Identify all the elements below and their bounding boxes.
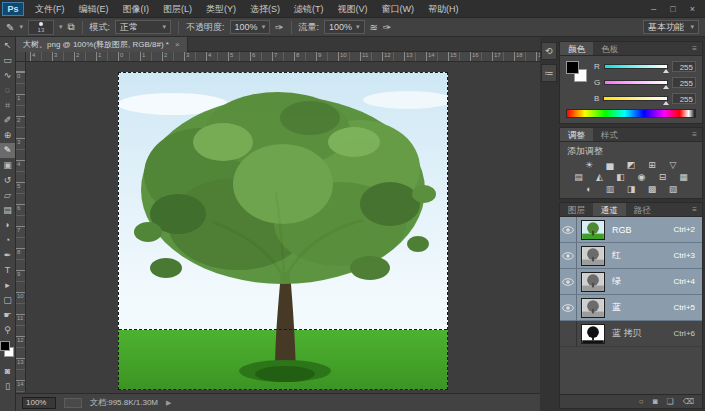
adjustments-tab-调整[interactable]: 调整	[560, 128, 593, 141]
foreground-color-swatch[interactable]	[0, 341, 10, 351]
selective-color-icon[interactable]: ▧	[665, 183, 682, 195]
maximize-button[interactable]: □	[670, 4, 675, 14]
status-options-arrow-icon[interactable]: ▶	[166, 399, 171, 407]
channel-row-红[interactable]: 红Ctrl+3	[560, 243, 702, 269]
vibrance-icon[interactable]: ▽	[665, 159, 682, 171]
close-button[interactable]: ×	[690, 4, 695, 14]
visibility-eye-icon[interactable]	[560, 269, 577, 294]
load-channel-as-selection-button[interactable]: ○	[639, 395, 644, 409]
threshold-icon[interactable]: ◨	[623, 183, 640, 195]
channels-tab-图层[interactable]: 图层	[560, 203, 593, 216]
properties-panel-icon[interactable]: ≔	[541, 64, 557, 82]
delete-channel-button[interactable]: ⌫	[683, 395, 694, 409]
quick-selection-tool[interactable]: ◌	[0, 83, 15, 98]
photo-filter-icon[interactable]: ◉	[633, 171, 650, 183]
brightness-contrast-icon[interactable]: ☀	[581, 159, 598, 171]
invert-icon[interactable]: ◐	[581, 183, 598, 195]
menu-item-0[interactable]: 文件(F)	[28, 0, 72, 17]
hue-saturation-icon[interactable]: ▤	[570, 171, 587, 183]
panel-menu-icon[interactable]: ≡	[692, 42, 702, 55]
channel-value-B[interactable]: 255	[672, 93, 696, 104]
menu-item-6[interactable]: 滤镜(T)	[287, 0, 331, 17]
document-tab[interactable]: 大树。png @ 100%(释放图层, RGB/8#) * ×	[16, 37, 188, 52]
tablet-pressure-size-icon[interactable]: ✑	[383, 22, 391, 33]
tablet-pressure-opacity-icon[interactable]: ✑	[275, 22, 283, 33]
chevron-down-icon[interactable]: ▾	[59, 23, 63, 31]
exposure-icon[interactable]: ⊞	[644, 159, 661, 171]
vertical-ruler[interactable]: 01234567891011121314	[16, 62, 26, 393]
brush-tool-icon[interactable]: ✎	[6, 22, 14, 33]
slider-knob[interactable]	[663, 101, 669, 105]
foreground-color-swatch[interactable]	[566, 61, 579, 74]
workspace-select[interactable]: 基本功能 ▾	[643, 20, 699, 34]
eraser-tool[interactable]: ▱	[0, 188, 15, 203]
opacity-select[interactable]: 100% ▾	[230, 20, 271, 34]
horizontal-ruler[interactable]: 4321012345678910111213141516171819	[26, 52, 540, 62]
adjustments-tab-样式[interactable]: 样式	[593, 128, 626, 141]
channel-mixer-icon[interactable]: ⊟	[654, 171, 671, 183]
channel-row-蓝[interactable]: 蓝Ctrl+5	[560, 295, 702, 321]
color-lookup-icon[interactable]: ▦	[675, 171, 692, 183]
rectangular-marquee-tool[interactable]: ▭	[0, 53, 15, 68]
type-tool[interactable]: T	[0, 263, 15, 278]
minimize-button[interactable]: –	[651, 4, 656, 14]
menu-item-4[interactable]: 类型(Y)	[199, 0, 243, 17]
posterize-icon[interactable]: ▥	[602, 183, 619, 195]
zoom-tool[interactable]: ⚲	[0, 323, 15, 338]
menu-item-5[interactable]: 选择(S)	[243, 0, 287, 17]
visibility-eye-icon[interactable]	[560, 295, 577, 320]
crop-tool[interactable]: ⌗	[0, 98, 15, 113]
history-panel-icon[interactable]: ⟲	[541, 42, 557, 60]
menu-item-7[interactable]: 视图(V)	[331, 0, 375, 17]
gradient-map-icon[interactable]: ▩	[644, 183, 661, 195]
pen-tool[interactable]: ✒	[0, 248, 15, 263]
channel-row-蓝 拷贝[interactable]: 蓝 拷贝Ctrl+6	[560, 321, 702, 347]
slider-knob[interactable]	[663, 85, 669, 89]
black-white-icon[interactable]: ◧	[612, 171, 629, 183]
slider-track-B[interactable]	[603, 96, 668, 101]
chevron-down-icon[interactable]: ▾	[19, 23, 23, 31]
menu-item-8[interactable]: 窗口(W)	[375, 0, 422, 17]
visibility-eye-icon[interactable]	[560, 217, 577, 242]
blur-tool[interactable]: ◗	[0, 218, 15, 233]
clone-stamp-tool[interactable]: ▣	[0, 158, 15, 173]
curves-icon[interactable]: ◩	[623, 159, 640, 171]
levels-icon[interactable]: ▅	[602, 159, 619, 171]
panel-menu-icon[interactable]: ≡	[692, 128, 702, 141]
visibility-eye-icon[interactable]	[560, 243, 577, 268]
gradient-tool[interactable]: ▤	[0, 203, 15, 218]
menu-item-1[interactable]: 编辑(E)	[72, 0, 116, 17]
slider-track-R[interactable]	[604, 64, 668, 69]
channels-tab-路径[interactable]: 路径	[626, 203, 659, 216]
quick-mask-button[interactable]: ◙	[0, 364, 15, 379]
color-balance-icon[interactable]: ◭	[591, 171, 608, 183]
spot-healing-brush-tool[interactable]: ⊕	[0, 128, 15, 143]
move-tool[interactable]: ↖	[0, 38, 15, 53]
lasso-tool[interactable]: ∿	[0, 68, 15, 83]
brush-preset-picker[interactable]: 13	[28, 20, 54, 35]
new-channel-button[interactable]: ❏	[667, 395, 674, 409]
hand-tool[interactable]: ☛	[0, 308, 15, 323]
channel-row-RGB[interactable]: RGBCtrl+2	[560, 217, 702, 243]
color-tab-颜色[interactable]: 颜色	[560, 42, 593, 55]
brush-tool[interactable]: ✎	[0, 143, 15, 158]
color-tab-色板[interactable]: 色板	[593, 42, 626, 55]
canvas-image[interactable]	[118, 72, 448, 390]
eyedropper-tool[interactable]: ✐	[0, 113, 15, 128]
blend-mode-select[interactable]: 正常 ▾	[115, 20, 171, 34]
visibility-empty[interactable]	[560, 321, 577, 346]
path-selection-tool[interactable]: ▸	[0, 278, 15, 293]
dodge-tool[interactable]: ◔	[0, 233, 15, 248]
screen-mode-button[interactable]: ▯	[0, 379, 15, 394]
channels-tab-通道[interactable]: 通道	[593, 203, 626, 216]
slider-knob[interactable]	[663, 69, 669, 73]
toggle-brush-panel-icon[interactable]: ⧉	[67, 21, 74, 33]
slider-track-G[interactable]	[604, 80, 668, 85]
channel-value-R[interactable]: 255	[672, 61, 696, 72]
flow-select[interactable]: 100% ▾	[324, 20, 365, 34]
menu-item-2[interactable]: 图像(I)	[116, 0, 157, 17]
zoom-level-field[interactable]: 100%	[22, 397, 56, 409]
airbrush-icon[interactable]: ≋	[370, 22, 378, 33]
menu-item-3[interactable]: 图层(L)	[156, 0, 199, 17]
panel-menu-icon[interactable]: ≡	[692, 203, 702, 216]
